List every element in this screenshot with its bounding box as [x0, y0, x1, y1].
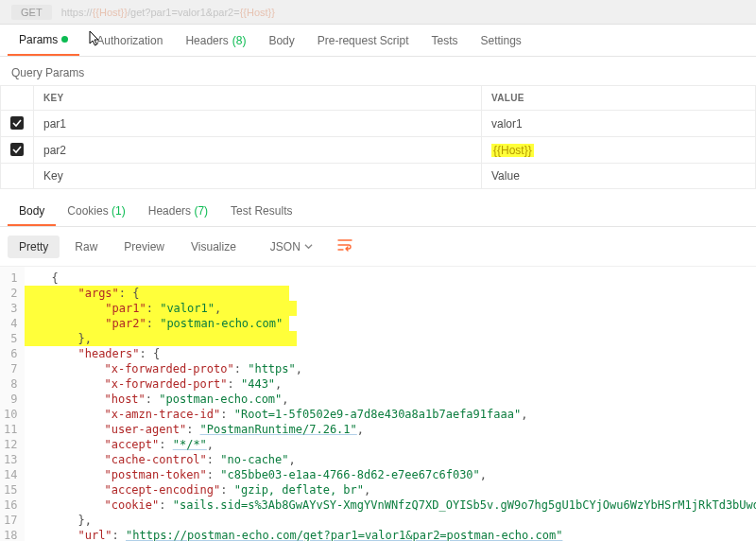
view-preview[interactable]: Preview [112, 236, 176, 258]
tab-params[interactable]: Params [8, 25, 79, 56]
query-params-label: Query Params [0, 57, 756, 85]
query-params-table: KEY VALUE par1 valor1 par2 {{Host}} Key … [0, 85, 756, 189]
wrap-lines-icon[interactable] [334, 235, 356, 258]
chevron-down-icon [304, 242, 313, 251]
resp-tab-body[interactable]: Body [8, 197, 56, 226]
view-visualize[interactable]: Visualize [180, 236, 248, 258]
request-url: https://{{Host}}/get?par1=valor1&par2={{… [61, 7, 275, 18]
table-row[interactable]: Key Value [1, 164, 756, 189]
view-pretty[interactable]: Pretty [8, 236, 60, 258]
line-gutter: 12345678910111213141516171819 [0, 267, 25, 541]
method-badge: GET [11, 5, 52, 20]
request-tabs: Params Authorization Headers (8) Body Pr… [0, 25, 756, 57]
request-bar: GET https://{{Host}}/get?par1=valor1&par… [0, 0, 756, 25]
resp-tab-cookies[interactable]: Cookies (1) [56, 197, 136, 226]
lang-select[interactable]: JSON [263, 236, 320, 258]
tab-settings[interactable]: Settings [470, 25, 533, 56]
param-key-placeholder[interactable]: Key [34, 164, 482, 189]
tab-headers[interactable]: Headers (8) [174, 25, 257, 56]
response-tabs: Body Cookies (1) Headers (7) Test Result… [0, 197, 756, 227]
tab-body[interactable]: Body [257, 25, 305, 56]
col-key: KEY [34, 86, 482, 111]
checkbox-icon[interactable] [10, 143, 24, 156]
table-row[interactable]: par2 {{Host}} [1, 137, 756, 164]
tab-prerequest[interactable]: Pre-request Script [306, 25, 421, 56]
param-key[interactable]: par2 [34, 137, 482, 164]
view-raw[interactable]: Raw [63, 236, 109, 258]
param-key[interactable]: par1 [34, 111, 482, 137]
param-value-placeholder[interactable]: Value [482, 164, 756, 189]
col-value: VALUE [482, 86, 756, 111]
view-row: Pretty Raw Preview Visualize JSON [0, 227, 756, 267]
table-row[interactable]: par1 valor1 [1, 111, 756, 137]
response-body[interactable]: 12345678910111213141516171819 { "args": … [0, 267, 756, 541]
param-value[interactable]: valor1 [482, 111, 756, 137]
tab-authorization[interactable]: Authorization [85, 25, 174, 56]
resp-tab-tests[interactable]: Test Results [219, 197, 303, 226]
params-dot-icon [61, 36, 68, 43]
param-value[interactable]: {{Host}} [482, 137, 756, 164]
checkbox-icon[interactable] [10, 116, 24, 130]
resp-tab-headers[interactable]: Headers (7) [137, 197, 219, 226]
tab-tests[interactable]: Tests [420, 25, 469, 56]
